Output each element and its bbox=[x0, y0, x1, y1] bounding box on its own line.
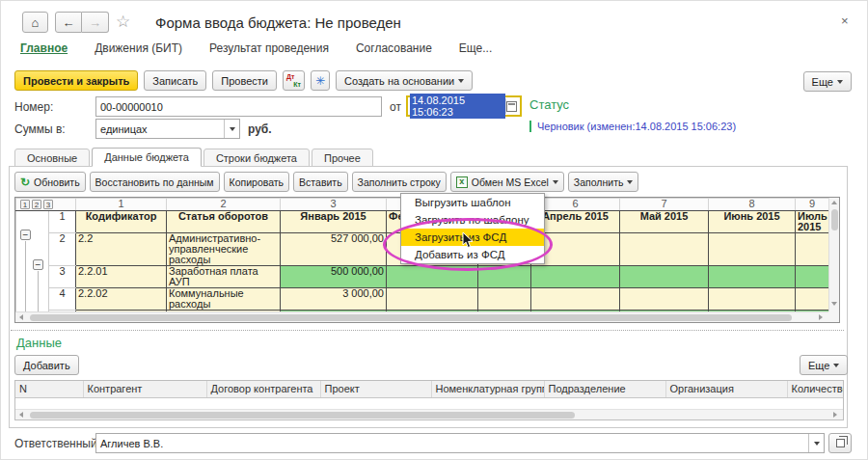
scrollbar-thumb[interactable] bbox=[30, 314, 792, 321]
sums-combo[interactable]: единицах bbox=[95, 119, 240, 139]
open-button[interactable] bbox=[828, 433, 852, 453]
excel-icon: x bbox=[456, 176, 468, 188]
data-table: N Контрагент Договор контрагента Проект … bbox=[14, 380, 844, 420]
restore-by-data-button[interactable]: Восстановить по данным bbox=[90, 172, 220, 192]
data-col-counterparty: Контрагент bbox=[83, 381, 206, 397]
data-col-quantity: Количество bbox=[787, 381, 843, 397]
forward-icon: → bbox=[89, 15, 101, 30]
tab-other[interactable]: Прочее bbox=[312, 149, 373, 167]
nav-item-more[interactable]: Еще... bbox=[459, 41, 492, 55]
write-button[interactable]: Записать bbox=[144, 70, 206, 91]
menu-item-export-template[interactable]: Выгрузить шаблон bbox=[401, 194, 544, 211]
excel-exchange-menu: Выгрузить шаблон Загрузить по шаблону За… bbox=[400, 193, 545, 264]
nav-item-movements[interactable]: Движения (БИТ) bbox=[95, 41, 182, 55]
nav-item-post-result[interactable]: Результат проведения bbox=[209, 41, 329, 55]
scroll-left-icon[interactable] bbox=[19, 412, 23, 418]
number-field[interactable]: 00-00000010 bbox=[95, 96, 382, 117]
section-splitter[interactable] bbox=[11, 330, 844, 331]
group-level-buttons: 123 bbox=[16, 199, 76, 211]
open-icon bbox=[836, 439, 845, 447]
nav-item-main[interactable]: Главное bbox=[20, 41, 68, 55]
refresh-button[interactable]: ↻Обновить bbox=[14, 172, 86, 192]
home-icon: ⌂ bbox=[32, 15, 40, 30]
scroll-left-icon[interactable] bbox=[19, 314, 23, 320]
collapse-icon[interactable]: − bbox=[20, 230, 31, 240]
date-prefix-label: от bbox=[390, 100, 401, 114]
status-label: Статус bbox=[529, 97, 569, 112]
back-icon: ← bbox=[63, 15, 75, 30]
responsible-field[interactable]: Агличев В.В. bbox=[95, 433, 825, 453]
chevron-down-icon bbox=[837, 80, 843, 84]
date-value-selected: 14.08.2015 15:06:23 bbox=[410, 94, 505, 119]
chevron-down-icon bbox=[627, 180, 633, 184]
tree-column: − − bbox=[16, 211, 49, 312]
more-button-data[interactable]: Еще bbox=[800, 355, 848, 375]
paste-button[interactable]: Вставить bbox=[293, 172, 348, 192]
menu-item-load-by-template[interactable]: Загрузить по шаблону bbox=[401, 211, 544, 229]
data-section-title: Данные bbox=[16, 336, 62, 350]
scroll-right-icon[interactable] bbox=[819, 314, 823, 320]
header-codifier: Кодификатор bbox=[76, 211, 167, 233]
article-cell[interactable]: Административно-управленческие расходы bbox=[167, 233, 281, 266]
favorite-star-icon[interactable]: ☆ bbox=[116, 12, 130, 32]
header-month: Январь 2015 bbox=[281, 211, 387, 233]
scrollbar-thumb[interactable] bbox=[831, 209, 838, 230]
tab-budget-lines[interactable]: Строки бюджета bbox=[203, 149, 310, 167]
tab-main[interactable]: Основные bbox=[14, 149, 90, 167]
header-article: Статья оборотов bbox=[167, 211, 281, 233]
post-and-close-button[interactable]: Провести и закрыть bbox=[14, 70, 138, 91]
grid-vertical-scrollbar[interactable] bbox=[828, 198, 839, 311]
forward-button[interactable]: → bbox=[82, 12, 109, 33]
group-level-3-button[interactable]: 3 bbox=[43, 200, 53, 209]
grid-row: 4 2.2.02 Коммунальные расходы 3 000,00 bbox=[16, 288, 829, 311]
data-col-contract: Договор контрагента bbox=[206, 381, 320, 397]
codifier-cell[interactable]: 2.2 bbox=[76, 233, 167, 266]
chevron-down-icon[interactable] bbox=[808, 434, 824, 452]
date-field[interactable]: 14.08.2015 15:06:23 bbox=[406, 95, 522, 117]
grid-row: 3 2.2.01 Заработная плата АУП 500 000,00 bbox=[16, 266, 829, 288]
group-level-2-button[interactable]: 2 bbox=[32, 200, 41, 209]
refresh-icon: ↻ bbox=[20, 176, 30, 188]
chevron-down-icon bbox=[833, 364, 839, 367]
data-col-organization: Организация bbox=[665, 381, 787, 397]
mouse-cursor-icon bbox=[462, 232, 475, 250]
debit-credit-icon: ДтКт bbox=[286, 73, 301, 88]
amount-cell[interactable]: 527 000,00 bbox=[281, 233, 387, 266]
status-value: Черновик (изменен:14.08.2015 15:06:23) bbox=[529, 121, 736, 132]
data-horizontal-scrollbar[interactable] bbox=[15, 409, 843, 419]
responsible-label: Ответственный: bbox=[14, 437, 100, 450]
currency-label: руб. bbox=[248, 122, 272, 136]
group-level-1-button[interactable]: 1 bbox=[20, 200, 30, 209]
back-button[interactable]: ← bbox=[55, 12, 82, 33]
add-button[interactable]: Добавить bbox=[14, 355, 79, 375]
copy-button[interactable]: Копировать bbox=[224, 172, 290, 192]
fill-button[interactable]: Заполнить bbox=[568, 172, 639, 192]
scroll-up-icon[interactable] bbox=[831, 201, 837, 204]
post-button[interactable]: Провести bbox=[212, 70, 277, 91]
scroll-right-icon[interactable] bbox=[833, 412, 837, 418]
close-icon[interactable]: × bbox=[841, 14, 849, 28]
nav-item-approval[interactable]: Согласование bbox=[356, 41, 432, 55]
dt-kt-icon-button[interactable]: ДтКт bbox=[283, 70, 305, 91]
fill-row-button[interactable]: Заполнить строку bbox=[352, 172, 447, 192]
data-col-n: N bbox=[15, 381, 83, 397]
row-number[interactable]: 1 bbox=[49, 211, 76, 233]
more-button-top[interactable]: Еще bbox=[803, 71, 852, 92]
idea-button[interactable]: ✳ bbox=[311, 70, 330, 91]
excel-exchange-button[interactable]: xОбмен MS Excel bbox=[450, 172, 564, 192]
scroll-down-icon[interactable] bbox=[831, 302, 837, 306]
chevron-down-icon[interactable] bbox=[224, 120, 239, 138]
grid-horizontal-scrollbar[interactable] bbox=[15, 311, 828, 322]
budget-form-window: ⌂ ← → ☆ Форма ввода бюджета: Не проведен… bbox=[0, 0, 868, 460]
column-number: 1 bbox=[76, 199, 167, 211]
calendar-icon[interactable] bbox=[506, 101, 517, 112]
data-col-nomenclature-group: Номенклатурная группа bbox=[431, 381, 544, 397]
chevron-down-icon bbox=[458, 79, 464, 83]
home-button[interactable]: ⌂ bbox=[22, 12, 48, 33]
collapse-icon[interactable]: − bbox=[33, 259, 43, 270]
sums-label: Суммы в: bbox=[14, 122, 66, 136]
create-on-basis-button[interactable]: Создать на основании bbox=[336, 70, 473, 91]
number-label: Номер: bbox=[14, 100, 53, 114]
tab-budget-data[interactable]: Данные бюджета bbox=[92, 148, 202, 167]
scrollbar-thumb[interactable] bbox=[30, 412, 575, 419]
